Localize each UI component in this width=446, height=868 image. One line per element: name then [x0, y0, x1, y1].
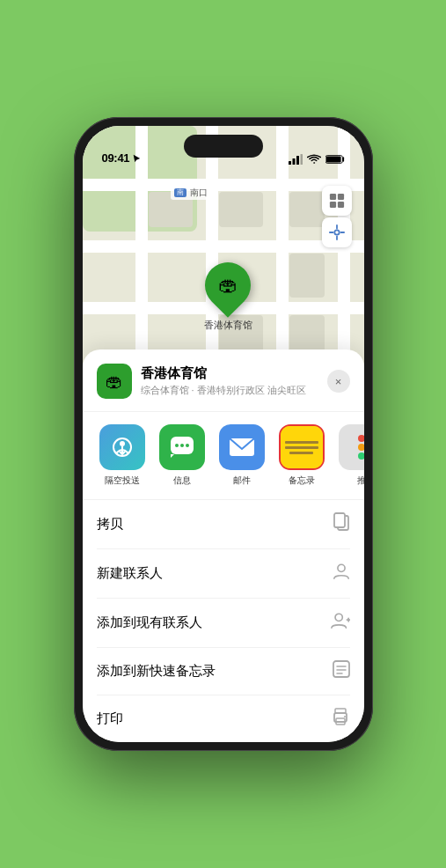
bottom-sheet: 🏟 香港体育馆 综合体育馆 · 香港特别行政区 油尖旺区 × — [83, 349, 364, 742]
copy-label: 拷贝 — [97, 516, 123, 533]
notes-label: 备忘录 — [289, 474, 315, 487]
svg-rect-6 — [329, 194, 335, 200]
person-add-icon — [331, 611, 350, 635]
svg-rect-9 — [337, 202, 343, 208]
share-more[interactable]: 推 — [336, 424, 364, 487]
map-view-toggle-button[interactable] — [322, 186, 352, 216]
mail-label: 邮件 — [233, 474, 251, 487]
venue-icon: 🏟 — [97, 364, 132, 399]
copy-icon — [333, 512, 350, 536]
phone-frame: 09:41 — [74, 117, 373, 751]
svg-point-21 — [186, 444, 189, 447]
phone-screen: 09:41 — [83, 126, 364, 742]
svg-point-16 — [120, 441, 125, 446]
svg-rect-34 — [335, 709, 346, 713]
action-print[interactable]: 打印 — [97, 695, 350, 742]
svg-rect-7 — [337, 194, 343, 200]
stadium-pin[interactable]: 🏟 香港体育馆 — [204, 262, 252, 332]
quick-note-label: 添加到新快速备忘录 — [97, 663, 216, 680]
location-icon — [329, 224, 345, 240]
svg-point-20 — [180, 444, 184, 447]
wifi-icon — [307, 154, 321, 165]
svg-rect-29 — [333, 661, 349, 677]
share-message[interactable]: 信息 — [157, 424, 208, 487]
close-button[interactable]: × — [327, 370, 350, 393]
svg-rect-2 — [296, 156, 299, 165]
svg-rect-8 — [329, 202, 335, 208]
notes-icon — [279, 424, 325, 470]
airdrop-icon — [99, 424, 145, 470]
message-label: 信息 — [173, 474, 191, 487]
venue-description: 综合体育馆 · 香港特别行政区 油尖旺区 — [141, 384, 327, 397]
signal-icon — [289, 154, 303, 165]
more-label: 推 — [357, 474, 364, 487]
note-icon — [333, 660, 350, 682]
more-icon — [339, 424, 364, 470]
action-quick-note[interactable]: 添加到新快速备忘录 — [97, 648, 350, 695]
svg-rect-3 — [300, 154, 303, 165]
venue-header: 🏟 香港体育馆 综合体育馆 · 香港特别行政区 油尖旺区 × — [83, 364, 364, 412]
add-contact-label: 添加到现有联系人 — [97, 614, 202, 631]
venue-info: 香港体育馆 综合体育馆 · 香港特别行政区 油尖旺区 — [141, 365, 327, 397]
share-row: 隔空投送 信息 — [83, 412, 364, 500]
svg-rect-1 — [292, 158, 295, 165]
status-icons — [289, 154, 345, 165]
location-button[interactable] — [322, 217, 352, 247]
map-label-icon: 南 — [174, 188, 186, 197]
pin-label: 香港体育馆 — [204, 319, 252, 332]
svg-point-19 — [175, 444, 179, 447]
map-controls[interactable] — [322, 186, 352, 247]
share-mail[interactable]: 邮件 — [216, 424, 267, 487]
map-south-gate-label: 南 南口 — [171, 186, 212, 200]
svg-rect-0 — [289, 161, 291, 165]
svg-rect-5 — [325, 156, 340, 162]
share-airdrop[interactable]: 隔空投送 — [97, 424, 148, 487]
pin-circle: 🏟 — [195, 253, 260, 318]
action-new-contact[interactable]: 新建联系人 — [97, 549, 350, 599]
svg-point-36 — [344, 716, 346, 717]
action-list: 拷贝 新建联系人 — [83, 500, 364, 742]
action-add-contact[interactable]: 添加到现有联系人 — [97, 599, 350, 648]
action-copy[interactable]: 拷贝 — [97, 500, 350, 549]
dynamic-island — [184, 135, 263, 158]
svg-point-10 — [334, 230, 339, 234]
person-icon — [333, 562, 350, 585]
battery-icon — [325, 154, 345, 165]
svg-rect-24 — [334, 513, 345, 527]
stadium-icon: 🏟 — [218, 274, 238, 297]
svg-point-26 — [335, 614, 342, 621]
location-arrow-icon — [132, 154, 141, 163]
print-label: 打印 — [97, 710, 123, 727]
venue-name: 香港体育馆 — [141, 365, 327, 382]
status-time: 09:41 — [102, 151, 130, 165]
new-contact-label: 新建联系人 — [97, 565, 163, 582]
svg-point-25 — [337, 564, 344, 571]
message-icon — [159, 424, 205, 470]
print-icon — [331, 708, 350, 730]
share-notes[interactable]: 备忘录 — [276, 424, 327, 487]
mail-icon — [219, 424, 265, 470]
airdrop-label: 隔空投送 — [105, 474, 140, 487]
